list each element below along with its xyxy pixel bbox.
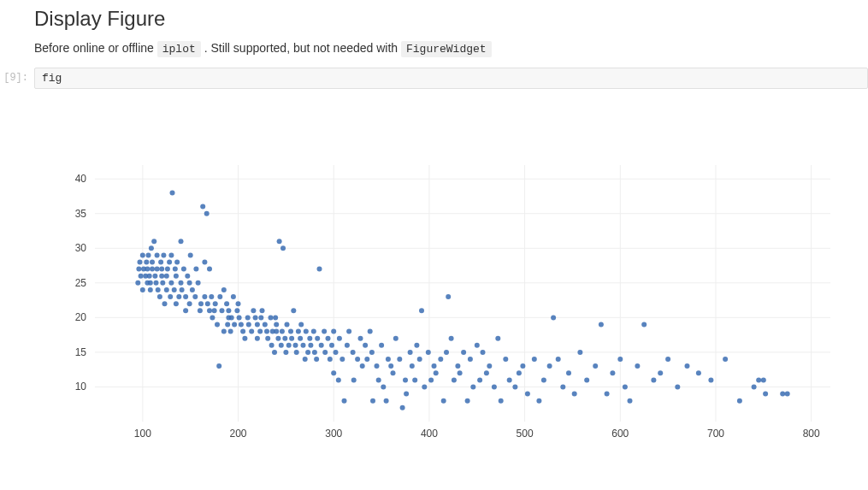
plot-area[interactable] [95, 165, 830, 422]
data-point[interactable] [363, 343, 368, 348]
data-point[interactable] [279, 343, 284, 348]
data-point[interactable] [198, 308, 203, 313]
data-point[interactable] [329, 343, 334, 348]
data-point[interactable] [174, 301, 179, 306]
data-point[interactable] [369, 350, 375, 355]
data-point[interactable] [308, 343, 313, 348]
data-point[interactable] [260, 308, 265, 313]
data-point[interactable] [737, 398, 742, 404]
data-point[interactable] [296, 329, 301, 334]
data-point[interactable] [780, 392, 785, 397]
data-point[interactable] [249, 329, 254, 334]
data-point[interactable] [492, 385, 497, 390]
data-point[interactable] [304, 329, 309, 334]
data-point[interactable] [360, 363, 365, 369]
data-point[interactable] [140, 252, 145, 257]
data-point[interactable] [379, 343, 384, 348]
data-point[interactable] [752, 385, 757, 390]
data-point[interactable] [185, 274, 190, 279]
data-point[interactable] [198, 301, 204, 306]
data-point[interactable] [334, 350, 339, 355]
data-point[interactable] [193, 267, 198, 272]
data-point[interactable] [484, 370, 489, 375]
data-point[interactable] [584, 377, 589, 382]
data-point[interactable] [408, 350, 413, 355]
data-point[interactable] [224, 301, 229, 306]
data-point[interactable] [209, 294, 214, 299]
data-point[interactable] [159, 267, 164, 272]
data-point[interactable] [277, 239, 282, 244]
data-point[interactable] [449, 336, 454, 341]
data-point[interactable] [556, 357, 561, 362]
data-point[interactable] [275, 336, 280, 341]
data-point[interactable] [345, 343, 350, 348]
data-point[interactable] [317, 267, 322, 272]
data-point[interactable] [145, 267, 150, 272]
data-point[interactable] [148, 287, 153, 292]
data-point[interactable] [761, 377, 766, 382]
data-point[interactable] [458, 370, 463, 375]
data-point[interactable] [605, 392, 610, 397]
data-point[interactable] [397, 357, 402, 362]
data-point[interactable] [135, 280, 140, 286]
data-point[interactable] [386, 357, 391, 362]
data-point[interactable] [272, 350, 277, 355]
data-point[interactable] [174, 274, 179, 279]
data-point[interactable] [202, 294, 207, 299]
data-point[interactable] [298, 322, 304, 328]
data-point[interactable] [417, 357, 422, 362]
data-point[interactable] [139, 274, 144, 279]
data-point[interactable] [280, 245, 286, 251]
data-point[interactable] [617, 357, 623, 362]
data-point[interactable] [696, 370, 701, 375]
data-point[interactable] [164, 274, 169, 279]
data-point[interactable] [495, 336, 500, 341]
data-point[interactable] [155, 267, 160, 272]
data-point[interactable] [149, 245, 154, 251]
data-point[interactable] [190, 287, 195, 292]
data-point[interactable] [289, 336, 294, 341]
data-point[interactable] [391, 370, 396, 375]
data-point[interactable] [245, 315, 251, 320]
data-point[interactable] [547, 363, 552, 369]
data-point[interactable] [331, 370, 336, 375]
data-point[interactable] [180, 287, 185, 292]
data-point[interactable] [274, 322, 279, 328]
data-point[interactable] [623, 385, 628, 390]
data-point[interactable] [404, 392, 409, 397]
data-point[interactable] [173, 267, 178, 272]
data-point[interactable] [192, 294, 198, 299]
data-point[interactable] [251, 308, 256, 313]
data-point[interactable] [147, 274, 152, 279]
data-point[interactable] [311, 329, 316, 334]
data-point[interactable] [280, 329, 285, 334]
data-point[interactable] [161, 252, 166, 257]
data-point[interactable] [577, 350, 582, 355]
data-point[interactable] [444, 350, 449, 355]
data-point[interactable] [160, 280, 165, 286]
data-point[interactable] [136, 267, 141, 272]
data-point[interactable] [176, 294, 181, 299]
data-point[interactable] [337, 336, 342, 341]
data-point[interactable] [312, 350, 317, 355]
data-point[interactable] [179, 239, 184, 244]
data-point[interactable] [294, 350, 299, 355]
data-point[interactable] [242, 336, 247, 341]
data-point[interactable] [205, 301, 210, 306]
data-point[interactable] [240, 329, 245, 334]
data-point[interactable] [376, 377, 381, 382]
data-point[interactable] [403, 377, 408, 382]
data-point[interactable] [274, 329, 279, 334]
data-point[interactable] [503, 357, 508, 362]
data-point[interactable] [475, 343, 480, 348]
data-point[interactable] [168, 252, 174, 257]
data-point[interactable] [785, 392, 790, 397]
data-point[interactable] [517, 370, 522, 375]
data-point[interactable] [159, 274, 164, 279]
data-point[interactable] [225, 322, 230, 328]
data-point[interactable] [487, 363, 492, 369]
data-point[interactable] [150, 260, 155, 265]
data-point[interactable] [152, 274, 157, 279]
data-point[interactable] [168, 294, 173, 299]
data-point[interactable] [303, 357, 308, 362]
